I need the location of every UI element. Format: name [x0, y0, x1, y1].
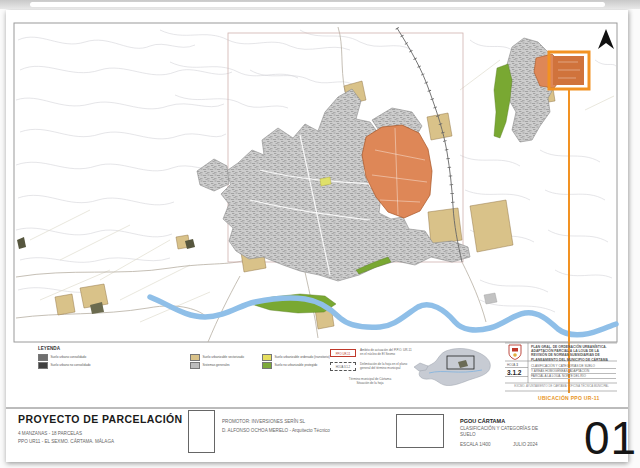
- legend-item: Suelo no urbanizable protegido: [262, 362, 317, 369]
- promotor-line-1: PROMOTOR: INVERSIONES SERÍN SL: [222, 419, 305, 425]
- legend-box-hoja: HOJA 3.1.2: [330, 362, 356, 371]
- horizontal-scrollbar[interactable]: [30, 2, 605, 7]
- legend-box-ppo: PPO UR-11: [330, 349, 356, 357]
- sheet-subtitle-2: PPO UR11 - EL SEXMO. CÁRTAMA. MÁLAGA: [18, 439, 114, 445]
- plano-number: 3.1.2: [507, 369, 521, 376]
- legend-item: Sistemas generales: [190, 362, 230, 369]
- screenshot-stage: { "title_block": { "title": "PROYECTO DE…: [0, 0, 640, 468]
- legend-box-hoja-label: Delimitación de la hoja en el plano gene…: [360, 362, 438, 370]
- hoja-row: HOJA 3: [507, 363, 518, 367]
- info-panel-heading: PLAN GRAL. DE ORDENACIÓN URBANÍSTICA. AD…: [531, 345, 616, 363]
- legend-item: Suelo urbanizable ordenado (transitorio): [262, 354, 330, 361]
- sheet-title: PROYECTO DE PARCELACIÓN: [18, 413, 183, 425]
- promotor-line-2: D. ALFONSO OCHOA MERELO - Arquitecto Téc…: [222, 428, 330, 434]
- sheet-subtitle-1: 4 MANZANAS - 18 PARCELAS: [18, 431, 82, 437]
- legend-notes: Término municipal de Cártama Situación d…: [332, 377, 408, 385]
- date-label: JULIO 2024: [513, 442, 538, 448]
- legend-swatch: [38, 362, 48, 369]
- sheet-subject-2: SUELO: [460, 432, 476, 438]
- info-panel-subject: CLASIFICACIÓN Y CATEGORÍAS DE SUELO Y ÁR…: [531, 364, 616, 379]
- crest-logo: [509, 345, 521, 360]
- info-panel-footer: EXCMO. AYUNTAMIENTO DE CÁRTAMA · OFICINA…: [506, 385, 617, 388]
- legend-item: Suelo urbano consolidado: [38, 354, 86, 361]
- legend-item: Suelo urbanizable sectorizado: [190, 354, 244, 361]
- legend-title: LEYENDA: [38, 346, 60, 352]
- legend-swatch: [190, 362, 200, 369]
- window-top-bar: [0, 0, 640, 9]
- legend-box-ppo-label: Ámbito de actuación del P.P.O. UR-11 en …: [360, 348, 438, 356]
- legend-swatch: [190, 354, 200, 361]
- location-label: UBICACIÓN PPO UR-11: [538, 395, 600, 402]
- sheet-number: 01: [584, 411, 637, 465]
- scale-label: ESCALA 1/400: [460, 442, 491, 448]
- legend-swatch: [262, 362, 272, 369]
- project-name: PGOU CÁRTAMA: [460, 418, 505, 425]
- highlight-fill: [553, 56, 584, 85]
- legend-swatch: [38, 354, 48, 361]
- legend-item: Suelo urbano no consolidado: [38, 362, 91, 369]
- legend-swatch: [262, 354, 272, 361]
